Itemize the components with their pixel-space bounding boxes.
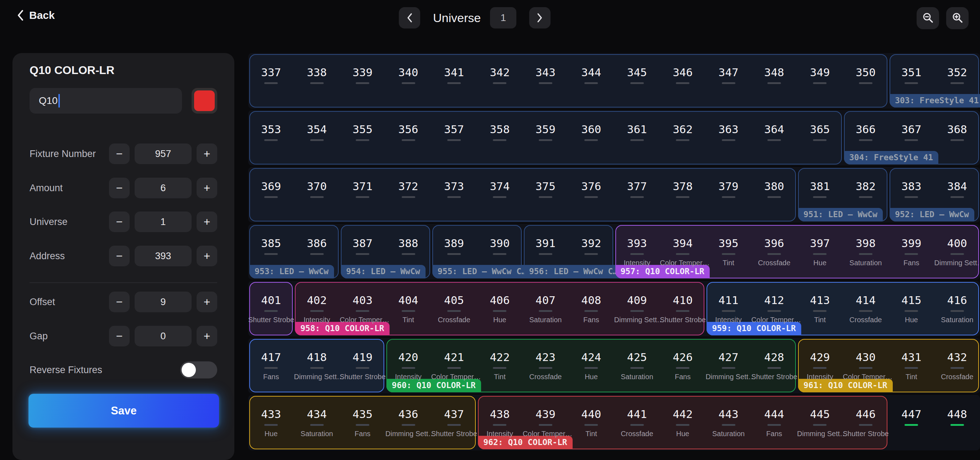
address-cell[interactable]: 357 [431, 110, 477, 166]
address-cell[interactable]: 440Tint [568, 395, 614, 450]
address-cell[interactable]: 436Dimming Sett… [385, 395, 431, 450]
address-cell[interactable]: 396Crossfade [751, 224, 797, 280]
stepper-value[interactable]: 0 [135, 326, 192, 346]
address-cell[interactable]: 447 [888, 395, 934, 450]
address-cell[interactable]: 417Fans [248, 338, 294, 393]
address-cell[interactable]: 415Hue [888, 281, 934, 336]
zoom-out-button[interactable] [916, 7, 939, 29]
stepper-value[interactable]: 9 [135, 291, 192, 312]
address-cell[interactable]: 445Dimming Sett… [797, 395, 843, 450]
address-cell[interactable]: 351 [888, 53, 934, 108]
address-cell[interactable]: 361 [614, 110, 660, 166]
reverse-fixtures-toggle[interactable] [180, 361, 217, 379]
address-cell[interactable]: 365 [797, 110, 843, 166]
address-cell[interactable]: 341 [431, 53, 477, 108]
address-cell[interactable]: 342 [477, 53, 522, 108]
address-cell[interactable]: 374 [477, 167, 522, 223]
address-cell[interactable]: 405Crossfade [431, 281, 477, 336]
address-cell[interactable]: 395Tint [705, 224, 751, 280]
address-cell[interactable]: 364 [751, 110, 797, 166]
address-cell[interactable]: 385 [248, 224, 294, 280]
address-cell[interactable]: 355 [340, 110, 385, 166]
stepper-value[interactable]: 6 [135, 178, 192, 198]
address-cell[interactable]: 426Fans [660, 338, 705, 393]
address-cell[interactable]: 343 [523, 53, 568, 108]
address-cell[interactable]: 377 [614, 167, 660, 223]
increment-button[interactable]: + [197, 212, 217, 232]
address-cell[interactable]: 404Tint [385, 281, 431, 336]
address-cell[interactable]: 442Hue [660, 395, 705, 450]
decrement-button[interactable]: − [109, 326, 130, 346]
address-cell[interactable]: 354 [294, 110, 339, 166]
address-cell[interactable]: 419Shutter Strobe [340, 338, 385, 393]
address-cell[interactable]: 348 [751, 53, 797, 108]
address-cell[interactable]: 399Fans [888, 224, 934, 280]
address-cell[interactable]: 381 [797, 167, 843, 223]
address-cell[interactable]: 376 [568, 167, 614, 223]
address-cell[interactable]: 443Saturation [705, 395, 751, 450]
address-cell[interactable]: 372 [385, 167, 431, 223]
address-cell[interactable]: 438Intensity [477, 395, 522, 450]
address-cell[interactable]: 432Crossfade [934, 338, 980, 393]
address-cell[interactable]: 439Color Temper… [523, 395, 568, 450]
address-cell[interactable]: 366 [843, 110, 888, 166]
increment-button[interactable]: + [197, 143, 217, 164]
address-cell[interactable]: 393Intensity [614, 224, 660, 280]
address-cell[interactable]: 398Saturation [843, 224, 888, 280]
decrement-button[interactable]: − [109, 291, 130, 312]
address-cell[interactable]: 358 [477, 110, 522, 166]
address-cell[interactable]: 371 [340, 167, 385, 223]
address-cell[interactable]: 379 [705, 167, 751, 223]
address-cell[interactable]: 339 [340, 53, 385, 108]
address-cell[interactable]: 413Tint [797, 281, 843, 336]
address-cell[interactable]: 414Crossfade [843, 281, 888, 336]
stepper-value[interactable]: 957 [135, 143, 192, 164]
address-cell[interactable]: 347 [705, 53, 751, 108]
address-cell[interactable]: 406Hue [477, 281, 522, 336]
address-cell[interactable]: 391 [523, 224, 568, 280]
address-cell[interactable]: 416Saturation [934, 281, 980, 336]
address-cell[interactable]: 429Intensity [797, 338, 843, 393]
address-cell[interactable]: 407Saturation [523, 281, 568, 336]
decrement-button[interactable]: − [109, 212, 130, 232]
address-cell[interactable]: 388 [385, 224, 431, 280]
address-cell[interactable]: 384 [934, 167, 980, 223]
fixture-name-input[interactable]: Q10 [30, 88, 182, 114]
address-cell[interactable]: 352 [934, 53, 980, 108]
address-cell[interactable]: 386 [294, 224, 339, 280]
address-cell[interactable]: 448 [934, 395, 980, 450]
address-cell[interactable]: 418Dimming Sett… [294, 338, 339, 393]
increment-button[interactable]: + [197, 326, 217, 346]
address-cell[interactable]: 369 [248, 167, 294, 223]
address-cell[interactable]: 394Color Temper… [660, 224, 705, 280]
increment-button[interactable]: + [197, 178, 217, 198]
decrement-button[interactable]: − [109, 246, 130, 266]
address-cell[interactable]: 444Fans [751, 395, 797, 450]
address-cell[interactable]: 360 [568, 110, 614, 166]
address-cell[interactable]: 433Hue [248, 395, 294, 450]
address-cell[interactable]: 446Shutter Strobe [843, 395, 888, 450]
increment-button[interactable]: + [197, 246, 217, 266]
address-cell[interactable]: 367 [888, 110, 934, 166]
address-cell[interactable]: 400Dimming Sett… [934, 224, 980, 280]
address-cell[interactable]: 425Saturation [614, 338, 660, 393]
address-cell[interactable]: 383 [888, 167, 934, 223]
address-cell[interactable]: 437Shutter Strobe [431, 395, 477, 450]
address-cell[interactable]: 441Crossfade [614, 395, 660, 450]
address-cell[interactable]: 430Color Temper… [843, 338, 888, 393]
address-cell[interactable]: 344 [568, 53, 614, 108]
address-cell[interactable]: 431Tint [888, 338, 934, 393]
address-cell[interactable]: 375 [523, 167, 568, 223]
stepper-value[interactable]: 393 [135, 246, 192, 266]
previous-universe-button[interactable] [399, 7, 420, 29]
address-cell[interactable]: 356 [385, 110, 431, 166]
address-cell[interactable]: 368 [934, 110, 980, 166]
address-cell[interactable]: 410Shutter Strobe [660, 281, 705, 336]
increment-button[interactable]: + [197, 291, 217, 312]
address-cell[interactable]: 378 [660, 167, 705, 223]
address-cell[interactable]: 428Shutter Strobe [751, 338, 797, 393]
address-cell[interactable]: 359 [523, 110, 568, 166]
address-cell[interactable]: 397Hue [797, 224, 843, 280]
address-cell[interactable]: 340 [385, 53, 431, 108]
address-cell[interactable]: 421Color Temper… [431, 338, 477, 393]
